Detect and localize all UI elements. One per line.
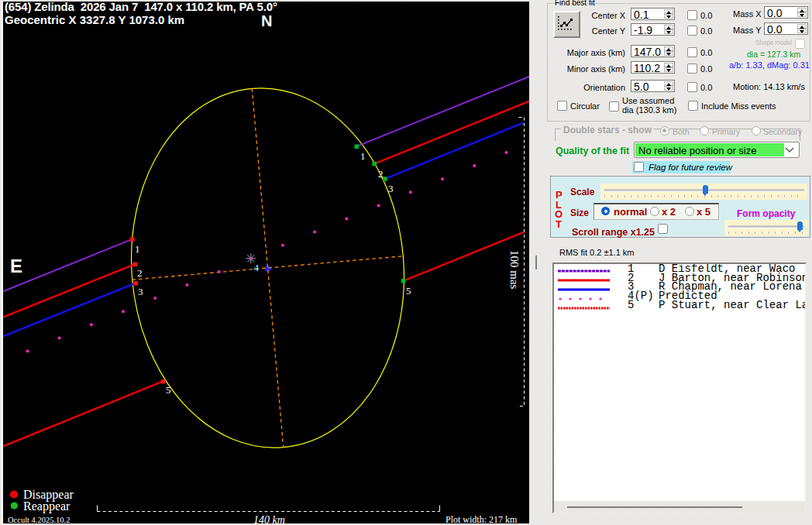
svg-text:1: 1 (135, 243, 140, 255)
svg-text:4: 4 (254, 262, 260, 273)
svg-text:3: 3 (138, 286, 143, 297)
svg-text:1: 1 (360, 150, 366, 162)
svg-text:2: 2 (378, 168, 384, 180)
svg-text:2: 2 (137, 267, 143, 279)
svg-text:3: 3 (388, 183, 394, 194)
svg-text:5: 5 (406, 285, 411, 297)
svg-text:5: 5 (166, 384, 171, 396)
